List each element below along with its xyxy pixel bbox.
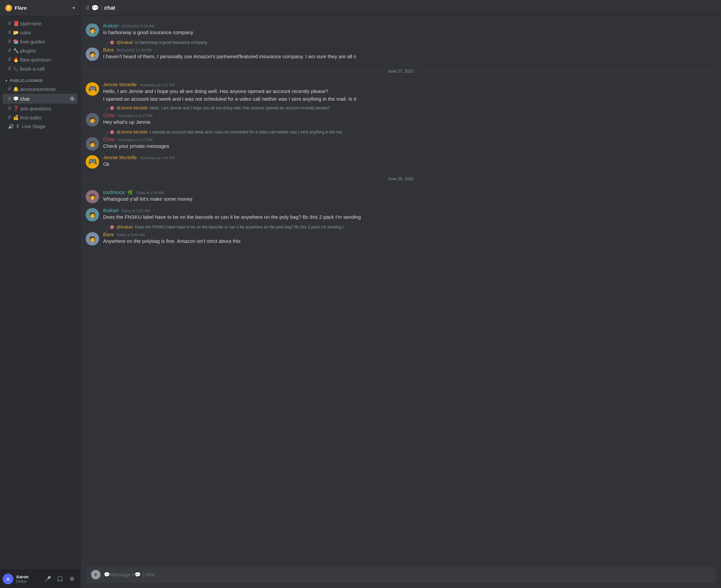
reply-row-content: 🎯 @ilvakari Does the FNSKU label have to…: [99, 225, 343, 229]
hash-icon: #: [8, 86, 11, 92]
channel-label: flare-premium: [20, 57, 51, 63]
channel-title: chat: [104, 5, 115, 11]
reply-mention: @Jennie Murielle: [117, 130, 147, 134]
message-author: Jennie Murielle: [103, 154, 137, 160]
messages-area[interactable]: 🧑 ilvakari 06/26/2023 5:50 AM is harborw…: [80, 16, 721, 567]
message-author: icedmoca: [103, 189, 124, 195]
sidebar-item-start-here[interactable]: # 📕 start-here: [3, 19, 77, 28]
message-author: Bara: [103, 231, 114, 237]
sidebar-item-rules[interactable]: # 📂 rules: [3, 28, 77, 37]
hash-icon: #: [8, 57, 11, 63]
message-group: 🧑 ilvakari Today at 3:53 AM Does the FNS…: [80, 206, 721, 223]
channel-emoji: 📞: [13, 66, 19, 71]
reply-row: 🎯 @Jennie Murielle Hello, I am Jennie an…: [80, 105, 721, 110]
reply-row-content: 🎯 @ilvakari is harborway a good insuranc…: [99, 40, 207, 45]
user-status: Online: [16, 579, 42, 583]
channel-label: book-a-call: [20, 66, 44, 71]
sidebar-item-live-stage[interactable]: 🔊 🎙 Live Stage: [3, 122, 77, 130]
message-text: Hey what's up Jennie: [103, 119, 716, 126]
reply-emoji-icon: 🎯: [110, 130, 115, 134]
message-author: Jennie Murielle: [103, 82, 137, 87]
reply-mention: @ilvakari: [117, 40, 133, 45]
sidebar-item-free-guides[interactable]: # 📚 free-guides: [3, 37, 77, 46]
message-content: Bara 06/26/2023 11:40 PM I haven't heard…: [103, 47, 716, 61]
channel-emoji: 📚: [13, 39, 19, 44]
message-group: 🧑 Bara Today at 9:46 AM Anywhere on the …: [80, 230, 721, 247]
channel-emoji: 🔧: [13, 48, 19, 53]
date-divider: June 27, 2023: [86, 69, 716, 74]
message-author: ilvakari: [103, 207, 119, 213]
message-with-reply: 🎯 @Jennie Murielle I opened an account l…: [80, 129, 721, 152]
message-text: Ok: [103, 161, 716, 168]
sidebar: F Flare ▾ # 📕 start-here # 📂 rules # 📚 f…: [0, 0, 80, 588]
header-separator: |: [101, 5, 102, 11]
channel-label: ask-questions: [20, 106, 51, 111]
sidebar-item-ask-questions[interactable]: # ❓ ask-questions: [3, 104, 77, 113]
channel-hash-icon: #: [86, 4, 89, 12]
reply-emoji-icon: 🎯: [110, 225, 115, 229]
headphones-button[interactable]: 🎧: [55, 573, 65, 584]
hash-icon: #: [8, 66, 11, 71]
sidebar-item-flare-premium[interactable]: # 🔥 flare-premium: [3, 55, 77, 64]
reply-row: 🎯 @ilvakari is harborway a good insuranc…: [80, 40, 721, 45]
reply-text: I opened an account last week and I was …: [149, 130, 342, 134]
channel-emoji: 🔔: [13, 86, 19, 92]
user-controls: 🎤 🎧 ⚙: [42, 573, 77, 584]
sidebar-item-book-a-call[interactable]: # 📞 book-a-call: [3, 64, 77, 73]
channel-label: Live Stage: [22, 123, 45, 129]
sidebar-item-chat[interactable]: # 💬 chat ⊕: [3, 93, 77, 104]
hash-icon: #: [8, 105, 11, 111]
reply-mention: @Jennie Murielle: [117, 106, 147, 110]
username: Aaron: [16, 574, 42, 579]
channel-label: start-here: [20, 21, 41, 26]
main-content: # 💬 | chat 🧑 ilvakari 06/26/2023 5:50 AM…: [80, 0, 721, 588]
mute-button[interactable]: 🎤: [42, 573, 53, 584]
add-attachment-button[interactable]: +: [91, 570, 100, 579]
settings-button[interactable]: ⚙: [67, 573, 77, 584]
sidebar-item-plugins[interactable]: # 🔧 plugins: [3, 46, 77, 55]
reply-emoji-icon: 🎯: [110, 40, 115, 45]
message-timestamp: Yesterday at 6:27 PM: [118, 114, 153, 118]
message-text: Whatsgood y'all let's make some money: [103, 196, 716, 203]
reply-mention: @ilvakari: [117, 225, 133, 229]
message-input[interactable]: Message #💬 | chat: [110, 572, 710, 578]
message-author: Bara: [103, 47, 114, 52]
server-name: Flare: [15, 5, 27, 11]
avatar: A: [3, 574, 13, 584]
message-content: Chris Yesterday at 6:27 PM Hey what's up…: [103, 112, 716, 126]
message-input-area: + 💬 Message #💬 | chat: [80, 567, 721, 588]
channel-header: # 💬 | chat: [80, 0, 721, 16]
section-public-lounge[interactable]: ▾ PUBLIC-LOUNGE: [0, 73, 80, 84]
message-content: ilvakari 06/26/2023 5:50 AM is harborway…: [103, 23, 716, 37]
message-group: 🧑 icedmoca 🌿 Today at 1:35 AM Whatsgood …: [80, 188, 721, 205]
avatar: 🎮: [86, 82, 99, 96]
server-icon: F: [5, 5, 12, 12]
reply-row: 🎯 @ilvakari Does the FNSKU label have to…: [80, 224, 721, 229]
reply-emoji-icon: 🎯: [110, 106, 115, 110]
hash-icon: 🔊: [8, 124, 14, 129]
avatar: 🧑: [86, 190, 99, 203]
message-content: ilvakari Today at 3:53 AM Does the FNSKU…: [103, 207, 716, 222]
author-badge-icon: 🌿: [127, 190, 133, 195]
reply-text: Hello, I am Jennie and I hope you all ar…: [149, 106, 330, 110]
message-text: Does the FNSKU label have to be on the b…: [103, 214, 716, 221]
message-group: 🎮 Jennie Murielle Yesterday at 6:15 PM H…: [80, 80, 721, 104]
message-header: Jennie Murielle Yesterday at 6:15 PM: [103, 82, 716, 87]
sidebar-item-announcements[interactable]: # 🔔 announcements: [3, 85, 77, 93]
hash-icon: #: [8, 29, 11, 36]
message-timestamp: Yesterday at 6:27 PM: [118, 138, 153, 142]
avatar: 🧑: [86, 23, 99, 37]
channel-label: rules: [20, 30, 31, 36]
channel-emoji: 💬: [13, 96, 19, 101]
channel-label: free-guides: [20, 39, 45, 44]
avatar: 🎮: [86, 155, 99, 169]
reply-text: is harborway a good insurance company: [135, 40, 207, 45]
channel-emoji: 🎙: [16, 124, 20, 129]
avatar: 🧑: [86, 47, 99, 61]
sidebar-item-first-sales[interactable]: # 💰 first-sales: [3, 113, 77, 122]
server-header[interactable]: F Flare ▾: [0, 0, 80, 16]
message-timestamp: Today at 9:46 AM: [117, 233, 145, 237]
add-member-icon[interactable]: ⊕: [69, 95, 75, 102]
channels-list: # 📕 start-here # 📂 rules # 📚 free-guides…: [0, 16, 80, 569]
hash-icon: #: [8, 96, 11, 102]
